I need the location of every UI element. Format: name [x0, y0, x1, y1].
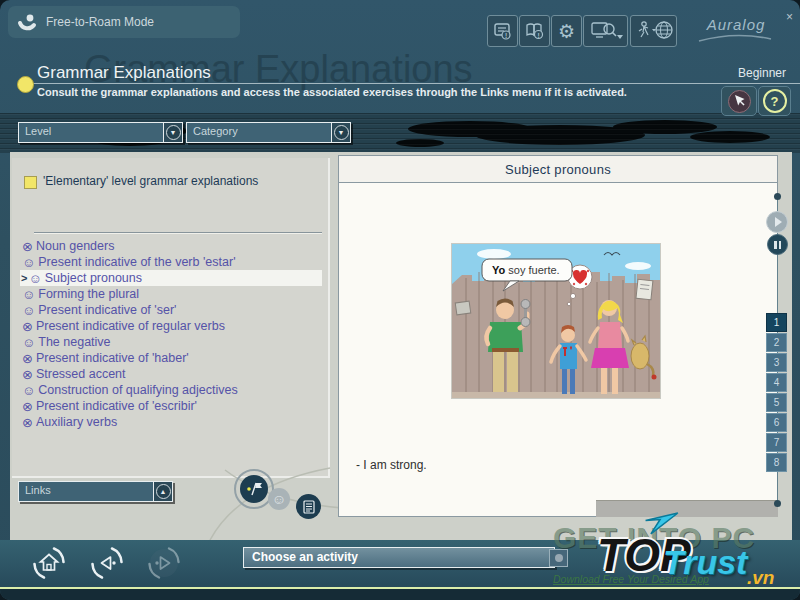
grammar-topic-row[interactable]: ☺ Present indicative of the verb 'estar': [20, 254, 322, 270]
grammar-topic-row[interactable]: ☺ The negative: [20, 334, 322, 350]
travel-mode-button[interactable]: [630, 15, 677, 47]
chevron-down-icon: ▼: [170, 129, 177, 136]
topic-label: Present indicative of 'haber': [36, 351, 189, 365]
grammar-topic-row[interactable]: ☺ Construction of qualifying adjectives: [20, 382, 322, 398]
application-window: Free-to-Roam Mode ! ! ⚙: [0, 0, 800, 600]
bottom-accent-line: [0, 587, 800, 589]
page-number-button[interactable]: 5: [766, 393, 787, 412]
page-number-button[interactable]: 8: [766, 453, 787, 472]
page-number-list: 12345678: [766, 313, 787, 473]
page-number-button[interactable]: 7: [766, 433, 787, 452]
app-root: Free-to-Roam Mode ! ! ⚙: [0, 0, 800, 600]
category-dropdown-button[interactable]: ▼: [331, 123, 350, 142]
grammar-topic-row[interactable]: ⊗ Present indicative of 'haber': [20, 350, 322, 366]
chevron-up-icon: ▲: [160, 488, 167, 495]
translation-caption: - I am strong.: [356, 458, 427, 472]
pause-icon: [774, 241, 777, 249]
grammar-topic-row[interactable]: ⊗ Auxiliary verbs: [20, 414, 322, 430]
grammar-topic-row[interactable]: ⊗ Present indicative of 'escribir': [20, 398, 322, 414]
topic-label: Forming the plural: [38, 287, 139, 301]
home-button[interactable]: [30, 544, 68, 582]
page-number-button[interactable]: 6: [766, 413, 787, 432]
lesson-info-button[interactable]: !: [519, 15, 550, 47]
cartoon-image: Yo soy fuerte.: [452, 244, 660, 398]
topic-label: Present indicative of 'ser': [38, 303, 176, 317]
mode-label: Free-to-Roam Mode: [46, 15, 154, 29]
category-dropdown-label: Category: [187, 123, 331, 142]
document-step-button[interactable]: [296, 494, 321, 519]
screen-magnifier-icon: [588, 19, 624, 43]
choose-activity-dropdown[interactable]: Choose an activity: [243, 547, 555, 568]
document-icon: [303, 500, 315, 514]
topic-label: The negative: [38, 335, 110, 349]
grammar-topic-list: ⊗ Noun genders ☺ Present indicative of t…: [20, 238, 322, 430]
settings-button[interactable]: ⚙: [551, 15, 582, 47]
topic-label: Noun genders: [36, 239, 115, 253]
svg-text:!: !: [537, 32, 539, 39]
page-subtitle: Consult the grammar explanations and acc…: [37, 86, 627, 98]
smiley-icon: ☺: [22, 336, 35, 349]
close-icon[interactable]: ×: [786, 10, 793, 24]
smiley-icon: ☺: [22, 304, 35, 317]
level-badge: Beginner: [738, 66, 786, 80]
panel-bullet: [24, 176, 37, 189]
home-icon: [41, 555, 58, 571]
header-divider: [30, 83, 800, 84]
grammar-topic-row[interactable]: ⊗ Noun genders: [20, 238, 322, 254]
brand-swoosh-icon: [695, 34, 775, 44]
help-button[interactable]: ?: [758, 86, 791, 116]
grammar-topic-row[interactable]: ⊗ Present indicative of regular verbs: [20, 318, 322, 334]
page-number-button[interactable]: 4: [766, 373, 787, 392]
cross-icon: ⊗: [22, 320, 33, 333]
grammar-topic-row[interactable]: ☺ Forming the plural: [20, 286, 322, 302]
content-title: Subject pronouns: [339, 156, 777, 183]
book-info-icon: !: [524, 20, 546, 42]
horizontal-scrollbar[interactable]: [596, 500, 778, 517]
level-dropdown-button[interactable]: ▼: [163, 123, 182, 142]
previous-button[interactable]: [88, 544, 126, 582]
list-divider: [34, 232, 322, 234]
smiley-step-button[interactable]: ☺: [268, 488, 290, 510]
topic-label: Construction of qualifying adjectives: [38, 383, 237, 397]
category-dropdown[interactable]: Category ▼: [186, 122, 351, 143]
page-number-button[interactable]: 3: [766, 353, 787, 372]
level-dropdown-label: Level: [19, 123, 163, 142]
topic-label: Present indicative of 'escribir': [36, 399, 197, 413]
previous-icon: [102, 557, 116, 569]
brand-logo: Auralog: [693, 16, 779, 33]
links-dropdown-label: Links: [19, 482, 153, 501]
page-number-button[interactable]: 1: [766, 313, 787, 332]
activity-slider[interactable]: [549, 549, 568, 567]
links-dropdown[interactable]: Links ▲: [18, 481, 173, 502]
pause-button[interactable]: [767, 234, 788, 255]
cross-icon: ⊗: [22, 352, 33, 365]
svg-text:Yo soy fuerte.: Yo soy fuerte.: [492, 264, 560, 276]
walker-globe-icon: [635, 18, 673, 44]
report-info-icon: !: [492, 20, 514, 42]
pointer-tool-button[interactable]: [721, 86, 757, 116]
bottom-edge: [0, 589, 800, 600]
page-number-button[interactable]: 2: [766, 333, 787, 352]
screen-lookup-button[interactable]: [583, 15, 628, 47]
pager-bottom-dot: [774, 500, 781, 507]
topic-label: Present indicative of regular verbs: [36, 319, 225, 333]
app-logo-icon: [16, 11, 38, 33]
grammar-topic-row[interactable]: ⊗ Stressed accent: [20, 366, 322, 382]
slider-dot-icon: [555, 554, 563, 562]
play-button[interactable]: [766, 211, 788, 233]
topic-label: Stressed accent: [36, 367, 126, 381]
flag-icon: [240, 475, 268, 503]
panel-title: 'Elementary' level grammar explanations: [43, 174, 258, 188]
next-button-disabled[interactable]: [145, 544, 183, 582]
section-bullet: [17, 76, 34, 93]
cross-icon: ⊗: [22, 368, 33, 381]
report-info-button[interactable]: !: [487, 15, 518, 47]
level-dropdown[interactable]: Level ▼: [18, 122, 183, 143]
page-title: Grammar Explanations: [37, 63, 211, 83]
grammar-topic-row[interactable]: ☺ Present indicative of 'ser': [20, 302, 322, 318]
smiley-icon: ☺: [22, 256, 35, 269]
links-dropdown-button[interactable]: ▲: [153, 482, 172, 501]
pager-top-dot: [774, 193, 781, 200]
grammar-list-panel: 'Elementary' level grammar explanations …: [12, 158, 330, 478]
grammar-topic-row[interactable]: > ☺ Subject pronouns: [20, 270, 322, 286]
